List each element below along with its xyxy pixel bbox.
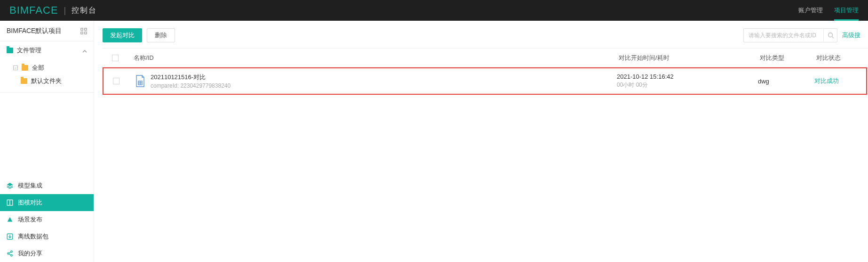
logo-divider: | xyxy=(64,6,66,16)
row-duration: 00小时 00分 xyxy=(617,81,758,89)
tree-item-label: 全部 xyxy=(32,64,44,72)
logo: BIMFACE xyxy=(9,4,58,16)
th-name: 名称/ID xyxy=(128,54,619,62)
download-icon xyxy=(7,233,13,240)
svg-marker-7 xyxy=(8,217,13,222)
svg-line-13 xyxy=(9,252,11,253)
select-all-checkbox[interactable] xyxy=(112,55,119,61)
svg-point-15 xyxy=(828,33,832,37)
sidebar-nav-my-share[interactable]: 我的分享 xyxy=(0,245,94,262)
svg-rect-3 xyxy=(85,32,87,33)
tree-collapse-icon[interactable]: − xyxy=(13,66,18,70)
svg-rect-2 xyxy=(81,32,83,33)
tree-item-label: 默认文件夹 xyxy=(31,77,62,85)
sidebar-nav-label: 场景发布 xyxy=(18,215,42,224)
share-icon xyxy=(7,250,13,257)
table-body: 202110121516-对比 compareId: 2230429779838… xyxy=(103,67,868,95)
svg-point-10 xyxy=(11,251,13,253)
svg-line-16 xyxy=(832,37,833,38)
row-status: 对比成功 xyxy=(814,77,866,85)
layers-icon xyxy=(7,182,13,189)
row-type: dwg xyxy=(758,78,814,85)
chevron-up-icon xyxy=(82,48,87,53)
search-wrap xyxy=(743,28,837,42)
table-header: 名称/ID 对比开始时间/耗时 对比类型 对比状态 xyxy=(103,49,868,67)
topbar: BIMFACE | 控制台 账户管理 项目管理 xyxy=(0,0,868,21)
svg-rect-1 xyxy=(85,28,87,30)
nav-project[interactable]: 项目管理 xyxy=(834,0,859,21)
sidebar-nav-label: 模型集成 xyxy=(18,181,42,190)
row-time: 2021-10-12 15:16:42 xyxy=(617,73,758,80)
file-compare-icon xyxy=(135,74,146,88)
th-status: 对比状态 xyxy=(816,54,868,62)
tree-item-all[interactable]: − 全部 xyxy=(0,61,94,74)
folder-yellow-icon xyxy=(22,65,28,71)
row-compare-id: compareId: 2230429779838240 xyxy=(151,82,231,89)
svg-point-12 xyxy=(11,254,13,256)
table-row[interactable]: 202110121516-对比 compareId: 2230429779838… xyxy=(103,67,867,95)
nav-account[interactable]: 账户管理 xyxy=(798,0,823,21)
tree-section: 文件管理 − 全部 默认文件夹 xyxy=(0,41,94,93)
th-type: 对比类型 xyxy=(760,54,816,62)
compare-table: 名称/ID 对比开始时间/耗时 对比类型 对比状态 xyxy=(103,48,868,95)
search-icon[interactable] xyxy=(823,28,837,42)
topbar-nav: 账户管理 项目管理 xyxy=(798,0,859,21)
sidebar-nav-model-integrate[interactable]: 模型集成 xyxy=(0,177,94,194)
compare-icon xyxy=(7,199,13,206)
folder-yellow-icon xyxy=(21,78,27,84)
svg-point-11 xyxy=(8,253,9,254)
sidebar-nav-scene-publish[interactable]: 场景发布 xyxy=(0,211,94,228)
sidebar-nav-compare[interactable]: 图模对比 xyxy=(0,194,94,211)
logo-block: BIMFACE | 控制台 xyxy=(9,4,97,16)
sidebar-nav-offline-package[interactable]: 离线数据包 xyxy=(0,228,94,245)
grid-icon[interactable] xyxy=(80,28,87,34)
sidebar: BIMFACE默认项目 文件管理 − xyxy=(0,21,94,262)
advanced-search-link[interactable]: 高级搜 xyxy=(842,31,860,40)
tree-file-mgmt[interactable]: 文件管理 xyxy=(0,41,94,59)
project-title: BIMFACE默认项目 xyxy=(7,27,62,35)
sidebar-nav-label: 图模对比 xyxy=(18,198,42,207)
svg-marker-4 xyxy=(7,183,13,186)
logo-suffix: 控制台 xyxy=(72,6,97,16)
row-checkbox[interactable] xyxy=(113,78,119,84)
triangle-up-icon xyxy=(7,216,13,223)
tree-label-file-mgmt: 文件管理 xyxy=(17,46,41,55)
folder-icon xyxy=(7,48,13,53)
tree-item-default-folder[interactable]: 默认文件夹 xyxy=(0,74,94,88)
svg-line-14 xyxy=(9,254,11,255)
th-time: 对比开始时间/耗时 xyxy=(619,54,760,62)
row-title: 202110121516-对比 xyxy=(151,73,231,82)
sidebar-nav-label: 我的分享 xyxy=(18,249,42,258)
toolbar: 发起对比 删除 高级搜 xyxy=(103,28,868,42)
delete-button[interactable]: 删除 xyxy=(147,28,175,42)
project-header: BIMFACE默认项目 xyxy=(0,21,94,41)
sidebar-nav-label: 离线数据包 xyxy=(18,232,48,241)
start-compare-button[interactable]: 发起对比 xyxy=(103,28,142,42)
main-content: 发起对比 删除 高级搜 名称/ID 对比开始时间/耗时 对比类型 对比状态 xyxy=(94,21,868,262)
svg-rect-0 xyxy=(81,28,83,30)
